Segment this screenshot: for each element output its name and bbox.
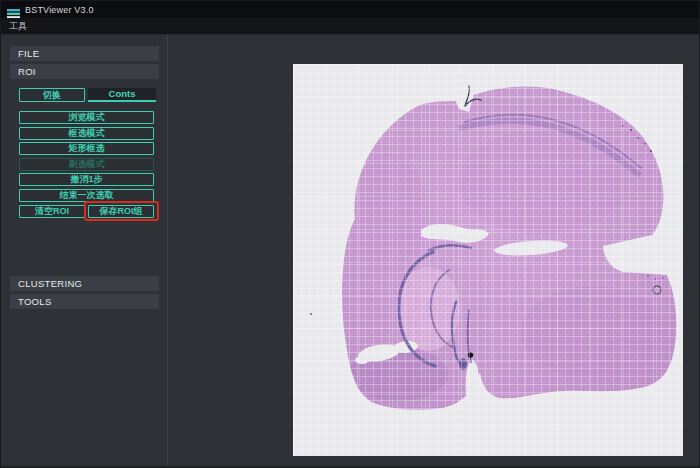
toggle-button[interactable]: 切换 bbox=[19, 88, 85, 102]
brain-tissue-image bbox=[293, 64, 683, 456]
title-bar[interactable]: BSTViewer V3.0 bbox=[1, 1, 700, 18]
menu-tools[interactable]: 工具 bbox=[1, 18, 35, 35]
rect-box-select-button[interactable]: 矩形框选 bbox=[19, 142, 154, 155]
sidebar-section-roi[interactable]: ROI bbox=[10, 64, 159, 79]
slide-viewer-canvas[interactable] bbox=[293, 64, 683, 456]
panel-splitter[interactable] bbox=[167, 35, 168, 468]
save-roi-group-button[interactable]: 保存ROI组 bbox=[88, 205, 154, 218]
menu-bar: 工具 bbox=[1, 18, 700, 35]
undo-one-step-button[interactable]: 撤消1步 bbox=[19, 173, 154, 186]
clear-roi-button[interactable]: 清空ROI bbox=[19, 205, 85, 218]
sidebar-section-file[interactable]: FILE bbox=[10, 46, 159, 61]
finish-selection-button[interactable]: 结束一次选取 bbox=[19, 189, 154, 202]
sidebar-section-tools[interactable]: TOOLS bbox=[10, 294, 159, 309]
browse-mode-button[interactable]: 浏览模式 bbox=[19, 111, 154, 124]
box-select-mode-button[interactable]: 框选模式 bbox=[19, 127, 154, 140]
sidebar-section-clustering[interactable]: CLUSTERING bbox=[10, 276, 159, 291]
marker-dot bbox=[468, 352, 473, 357]
tab-conts[interactable]: Conts bbox=[88, 88, 156, 102]
brush-select-mode-button: 刷选模式 bbox=[19, 158, 154, 171]
window-title: BSTViewer V3.0 bbox=[25, 5, 94, 15]
app-window: BSTViewer V3.0 工具 FILE ROI 切换 Conts 浏览模式… bbox=[0, 0, 700, 468]
app-logo-icon bbox=[7, 5, 20, 15]
